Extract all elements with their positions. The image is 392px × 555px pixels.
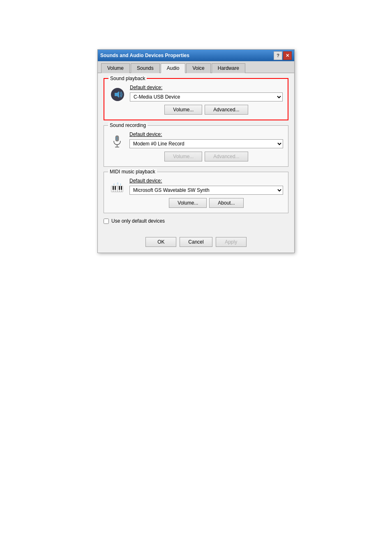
playback-device-label-text: Default device: [130, 85, 162, 90]
recording-button-row: Volume... Advanced... [129, 152, 283, 161]
playback-volume-button[interactable]: Volume... [164, 105, 202, 115]
svg-rect-5 [116, 137, 118, 138]
midi-about-label: About... [218, 200, 235, 206]
microphone-icon [109, 133, 125, 150]
recording-device-label-text: Default device: [129, 131, 162, 137]
tab-audio[interactable]: Audio [161, 63, 186, 73]
svg-text:♫: ♫ [116, 182, 119, 185]
tab-bar: Volume Sounds Audio Voice Hardware [98, 61, 294, 73]
default-devices-checkbox[interactable] [104, 219, 109, 224]
playback-device-label: Default device: [130, 85, 283, 90]
midi-icon: ♪ ♫ ♪ [109, 180, 125, 196]
default-devices-label: Use only default devices [111, 218, 165, 224]
recording-volume-label: Volume... [173, 154, 194, 159]
cancel-button[interactable]: Cancel [180, 237, 212, 247]
sound-playback-label: Sound playback [108, 76, 147, 81]
playback-device-select[interactable]: C-Media USB Device [130, 92, 283, 101]
playback-volume-label: Volume... [173, 107, 194, 113]
window-title: Sounds and Audio Devices Properties [100, 53, 189, 58]
recording-device-info: Default device: Modem #0 Line Record Vol… [129, 131, 283, 161]
midi-volume-button[interactable]: Volume... [169, 198, 207, 208]
tab-volume-label: Volume [107, 65, 124, 71]
sound-playback-inner: Default device: C-Media USB Device Volum… [109, 85, 283, 115]
recording-advanced-button[interactable]: Advanced... [205, 152, 248, 161]
svg-rect-14 [113, 186, 114, 190]
svg-rect-15 [115, 186, 116, 190]
title-bar-buttons: ? ✕ [274, 51, 292, 60]
svg-rect-16 [119, 186, 120, 190]
tab-sounds-label: Sounds [137, 65, 154, 71]
close-button[interactable]: ✕ [283, 51, 292, 60]
svg-rect-6 [116, 139, 118, 140]
speaker-icon [109, 86, 126, 103]
main-window: Sounds and Audio Devices Properties ? ✕ … [97, 49, 295, 253]
tab-volume[interactable]: Volume [101, 63, 130, 73]
svg-rect-2 [115, 136, 119, 141]
svg-text:♪: ♪ [113, 182, 115, 186]
sound-recording-inner: Default device: Modem #0 Line Record Vol… [109, 131, 283, 161]
tab-voice-label: Voice [192, 65, 204, 71]
bottom-buttons: OK Cancel Apply [98, 234, 294, 253]
recording-volume-button[interactable]: Volume... [164, 152, 202, 161]
ok-label: OK [157, 239, 164, 245]
title-bar: Sounds and Audio Devices Properties ? ✕ [98, 50, 294, 61]
midi-device-info: Default device: Microsoft GS Wavetable S… [129, 178, 283, 208]
midi-device-select[interactable]: Microsoft GS Wavetable SW Synth [129, 186, 283, 195]
midi-playback-inner: ♪ ♫ ♪ Default device: Microsoft GS Wavet… [109, 178, 283, 208]
default-devices-row: Use only default devices [104, 218, 288, 224]
ok-button[interactable]: OK [145, 237, 176, 247]
midi-button-row: Volume... About... [129, 198, 283, 208]
midi-playback-label: MIDI music playback [108, 169, 157, 175]
sound-recording-label: Sound recording [108, 122, 148, 128]
sound-playback-section: Sound playback Default device: [104, 78, 288, 120]
recording-device-label: Default device: [129, 131, 283, 137]
midi-about-button[interactable]: About... [209, 198, 243, 208]
apply-button[interactable]: Apply [216, 237, 247, 247]
svg-text:♪: ♪ [120, 182, 121, 186]
recording-device-select[interactable]: Modem #0 Line Record [129, 139, 283, 148]
playback-advanced-label: Advanced... [213, 107, 239, 113]
recording-select-row: Modem #0 Line Record [129, 139, 283, 148]
playback-button-row: Volume... Advanced... [130, 105, 283, 115]
help-button[interactable]: ? [274, 51, 282, 60]
midi-select-row: Microsoft GS Wavetable SW Synth [129, 186, 283, 195]
tab-hardware-label: Hardware [218, 65, 239, 71]
midi-playback-section: MIDI music playback [104, 172, 288, 213]
tab-voice[interactable]: Voice [186, 63, 210, 73]
apply-label: Apply [225, 239, 237, 245]
playback-select-row: C-Media USB Device [130, 92, 283, 101]
recording-advanced-label: Advanced... [213, 154, 239, 159]
tab-content: Sound playback Default device: [98, 73, 294, 234]
sound-recording-section: Sound recording Default device: [104, 125, 288, 167]
playback-device-info: Default device: C-Media USB Device Volum… [130, 85, 283, 115]
tab-sounds[interactable]: Sounds [131, 63, 160, 73]
midi-device-label: Default device: [129, 178, 283, 184]
tab-hardware[interactable]: Hardware [212, 63, 245, 73]
svg-rect-17 [121, 186, 122, 190]
tab-audio-label: Audio [167, 65, 180, 71]
cancel-label: Cancel [188, 239, 203, 245]
midi-device-label-text: Default device: [129, 178, 162, 184]
playback-advanced-button[interactable]: Advanced... [205, 105, 248, 115]
midi-volume-label: Volume... [178, 200, 198, 206]
